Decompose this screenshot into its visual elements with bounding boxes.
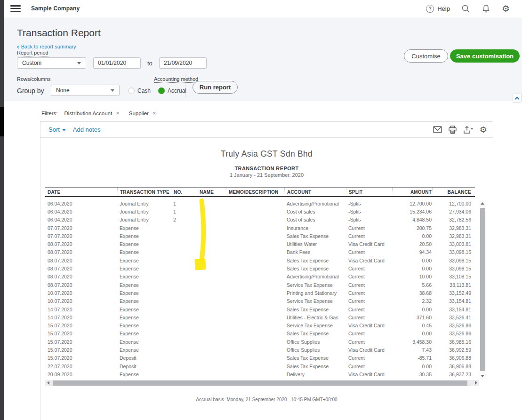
report-period-select[interactable]: Custom — [17, 57, 86, 69]
table-row[interactable]: 06.04.2020Journal Entry2Cost of sales-Sp… — [45, 216, 475, 224]
table-row[interactable]: 06.04.2020Journal Entry1Advertising/Prom… — [45, 199, 475, 207]
table-horizontal-scrollbar[interactable] — [45, 380, 479, 386]
table-row[interactable]: 08.07.2020ExpenseSales Tax ExpenseVisa C… — [45, 256, 475, 264]
table-vertical-scrollbar[interactable] — [480, 200, 486, 379]
table-cell: Expense — [117, 224, 171, 232]
table-row[interactable]: 14.07.2020ExpenseSales Tax ExpenseCurren… — [45, 305, 475, 313]
table-cell: -Split- — [346, 199, 392, 207]
print-icon[interactable] — [448, 126, 457, 134]
table-row[interactable]: 15.07.2020ExpenseService Tax ExpenseVisa… — [45, 321, 475, 329]
notifications-bell-icon[interactable] — [482, 4, 490, 13]
table-cell — [226, 199, 284, 207]
column-header: BALANCE — [432, 188, 475, 196]
horizontal-scroll-thumb[interactable] — [53, 380, 467, 386]
table-row[interactable]: 14.07.2020ExpenseUtilities - Electric & … — [45, 313, 475, 321]
report-period-label: Report period — [17, 50, 48, 56]
sort-dropdown[interactable]: Sort — [48, 126, 66, 133]
search-icon[interactable] — [461, 4, 470, 13]
table-cell — [197, 199, 226, 207]
cash-radio[interactable]: Cash — [128, 87, 151, 94]
table-cell: Expense — [117, 264, 171, 272]
scroll-down-icon[interactable] — [481, 375, 484, 377]
company-name: Sample Company — [31, 5, 80, 12]
table-row[interactable]: 08.07.2020ExpenseBank FeesCurrent94.3433… — [45, 248, 475, 256]
table-cell: 08.07.2020 — [45, 240, 117, 248]
table-cell — [171, 224, 197, 232]
help-button[interactable]: ? Help — [426, 5, 450, 13]
table-cell: 0.00 — [392, 362, 432, 370]
table-row[interactable]: 22.07.2020DepositSales Tax ExpenseCurren… — [45, 362, 475, 370]
table-cell — [171, 264, 197, 272]
scroll-left-icon[interactable] — [47, 381, 49, 385]
table-row[interactable]: 08.07.2020ExpenseUtilities WaterVisa Cre… — [45, 240, 475, 248]
table-row[interactable]: 07.07.2020ExpenseInsuranceCurrent200.753… — [45, 224, 475, 232]
table-cell: 2 — [171, 216, 197, 224]
table-cell — [197, 256, 226, 264]
table-cell — [226, 256, 284, 264]
table-cell: 10.07.2020 — [45, 297, 117, 305]
table-row[interactable]: 08.07.2020ExpenseSales Tax ExpenseCurren… — [45, 264, 475, 272]
table-cell: 0.45 — [392, 321, 432, 329]
chevron-down-icon — [111, 89, 114, 92]
table-row[interactable]: 08.07.2020ExpenseAdvertising/Promotional… — [45, 273, 475, 281]
add-notes-link[interactable]: Add notes — [73, 126, 101, 133]
table-cell: 20.09.2020 — [45, 370, 117, 378]
chevron-down-icon — [77, 62, 81, 64]
table-cell — [197, 281, 226, 289]
chevron-up-icon — [515, 97, 520, 102]
remove-filter-icon[interactable]: × — [153, 110, 156, 116]
table-cell: 33,154.81 — [432, 297, 475, 305]
table-cell: Current — [346, 224, 392, 232]
customise-button[interactable]: Customise — [404, 49, 448, 63]
scroll-up-icon[interactable] — [481, 202, 484, 205]
table-cell: Sales Tax Expense — [284, 354, 346, 362]
table-row[interactable]: 10.07.2020ExpenseService Tax ExpenseCurr… — [45, 297, 475, 305]
table-cell: Journal Entry — [117, 216, 171, 224]
export-icon[interactable] — [463, 126, 474, 134]
table-cell: Sales Tax Expense — [284, 256, 346, 264]
email-icon[interactable] — [433, 126, 442, 133]
settings-gear-icon[interactable]: ⚙ — [502, 4, 510, 13]
table-cell: 27,934.06 — [432, 207, 475, 215]
table-row[interactable]: 08.07.2020ExpenseService Tax ExpenseCurr… — [45, 281, 475, 289]
table-row[interactable]: 07.07.2020ExpenseSales Tax ExpenseCurren… — [45, 232, 475, 240]
table-cell: 32,983.31 — [432, 224, 475, 232]
run-report-button[interactable]: Run report — [193, 81, 238, 94]
date-from-input[interactable] — [93, 57, 141, 69]
table-cell — [226, 273, 284, 281]
report-panel: Sort Add notes ⚙ Truly Asia GST Sdn Bhd … — [40, 121, 493, 420]
table-cell: Service Tax Expense — [284, 297, 346, 305]
table-row[interactable]: 20.09.2020ExpenseDeliveryVisa Credit Car… — [45, 370, 475, 378]
divider — [185, 74, 185, 98]
group-by-select[interactable]: None — [51, 85, 120, 96]
table-cell: Expense — [117, 240, 171, 248]
table-cell: 08.07.2020 — [45, 248, 117, 256]
table-row[interactable]: 06.04.2020Journal Entry1Cost of sales-Sp… — [45, 207, 475, 215]
remove-filter-icon[interactable]: × — [116, 110, 120, 116]
table-cell — [197, 354, 226, 362]
table-cell — [171, 232, 197, 240]
hamburger-menu-icon[interactable] — [10, 5, 21, 12]
table-cell: Bank Fees — [284, 248, 346, 256]
table-row[interactable]: 15.07.2020ExpenseOffice SuppliesCurrent3… — [45, 338, 475, 346]
table-cell — [171, 305, 197, 313]
back-to-summary-link[interactable]: ‹ Back to report summary — [17, 44, 76, 49]
report-settings-gear-icon[interactable]: ⚙ — [480, 126, 487, 134]
table-cell — [226, 232, 284, 240]
table-cell — [171, 289, 197, 297]
table-row[interactable]: 15.07.2020ExpenseOffice SuppliesVisa Cre… — [45, 346, 475, 354]
table-row[interactable]: 10.07.2020ExpensePrinting and Stationary… — [45, 289, 475, 297]
page-scroll-up-button[interactable] — [513, 94, 522, 103]
report-footer: Accrual basis Monday, 21 September 2020 … — [40, 397, 493, 402]
save-customisation-button[interactable]: Save customisation — [450, 49, 520, 63]
table-cell — [197, 264, 226, 272]
table-cell — [226, 248, 284, 256]
app-root: Sample Company ? Help ⚙ Transaction Repo… — [0, 0, 522, 420]
table-row[interactable]: 15.07.2020ExpenseSales Tax ExpenseCurren… — [45, 330, 475, 338]
date-to-input[interactable] — [159, 57, 207, 69]
vertical-scroll-thumb[interactable] — [480, 208, 485, 371]
scroll-right-icon[interactable] — [475, 381, 477, 385]
accrual-radio[interactable]: Accrual — [158, 87, 186, 94]
table-cell: Utilities - Electric & Gas — [284, 313, 346, 321]
table-row[interactable]: 15.07.2020DepositSales Tax ExpenseCurren… — [45, 354, 475, 362]
